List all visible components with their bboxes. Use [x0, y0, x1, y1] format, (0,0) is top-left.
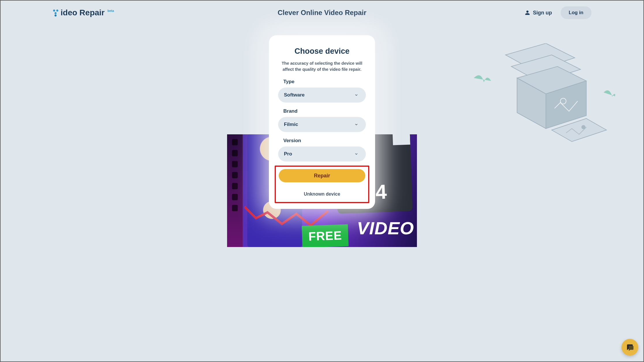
brand-value: Filmic: [284, 122, 298, 127]
svg-marker-3: [546, 81, 586, 129]
brand-label: Brand: [283, 108, 366, 114]
beta-badge: beta: [107, 9, 114, 12]
type-value: Software: [284, 92, 305, 98]
svg-point-7: [581, 125, 585, 129]
repair-button-label: Repair: [314, 173, 330, 179]
login-button[interactable]: Log in: [561, 6, 591, 19]
page-title: Clever Online Video Repair: [278, 9, 366, 17]
choose-device-card: Choose device The accuracy of selecting …: [269, 35, 375, 209]
version-value: Pro: [284, 151, 292, 157]
logo[interactable]: ideo Repair beta: [53, 8, 114, 17]
svg-marker-1: [511, 55, 581, 82]
svg-marker-2: [517, 66, 586, 94]
svg-marker-6: [552, 118, 606, 142]
files-illustration-icon: [471, 43, 615, 153]
version-label: Version: [283, 138, 366, 144]
svg-marker-4: [517, 78, 546, 129]
login-label: Log in: [569, 10, 583, 15]
card-title: Choose device: [278, 47, 366, 56]
header: ideo Repair beta Clever Online Video Rep…: [1, 1, 643, 25]
nav: Sign up Log in: [525, 6, 591, 19]
type-select[interactable]: Software: [278, 88, 366, 103]
chevron-down-icon: [354, 152, 358, 156]
svg-marker-0: [506, 43, 575, 71]
chat-button[interactable]: [621, 339, 638, 356]
logo-mark-icon: [53, 10, 59, 16]
actions-highlight: Repair Unknown device: [275, 166, 369, 203]
user-icon: [525, 10, 530, 15]
chevron-down-icon: [354, 93, 358, 97]
unknown-device-link[interactable]: Unknown device: [279, 190, 365, 201]
brand-select[interactable]: Filmic: [278, 117, 366, 132]
card-subtitle: The accuracy of selecting the device wil…: [278, 60, 366, 79]
signup-label: Sign up: [533, 10, 552, 16]
svg-point-5: [560, 98, 566, 104]
logo-text: ideo Repair: [61, 8, 104, 17]
repair-button[interactable]: Repair: [279, 169, 365, 182]
video-word: VIDEO: [357, 218, 414, 238]
type-label: Type: [283, 79, 366, 85]
signup-button[interactable]: Sign up: [525, 10, 552, 16]
free-badge: FREE: [302, 224, 349, 247]
chevron-down-icon: [354, 122, 358, 127]
chat-icon: [626, 343, 634, 352]
unknown-device-label: Unknown device: [304, 192, 340, 196]
version-select[interactable]: Pro: [278, 146, 366, 161]
